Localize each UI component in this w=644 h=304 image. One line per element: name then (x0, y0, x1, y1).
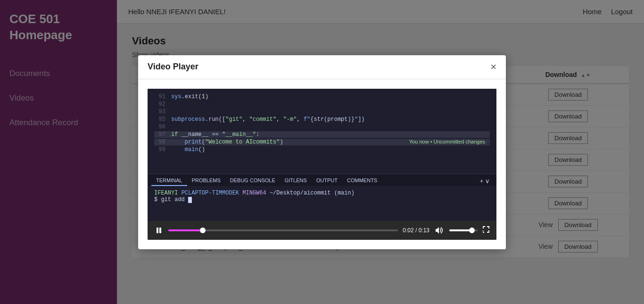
code-line: 99 main() (154, 146, 490, 153)
modal-overlay[interactable]: Video Player × 91 sys.exit(1) 92 (0, 0, 644, 304)
modal-body: 91 sys.exit(1) 92 93 95 subprocess.run([… (138, 79, 506, 249)
progress-fill (168, 229, 203, 231)
tab-comments[interactable]: COMMENTS (342, 176, 382, 186)
code-line: 91 sys.exit(1) (154, 93, 490, 100)
time-display: 0:02 / 0:13 (403, 227, 429, 234)
volume-button[interactable] (434, 226, 445, 235)
terminal-cursor (188, 197, 192, 203)
modal-close-button[interactable]: × (490, 62, 496, 72)
code-line: 93 (154, 109, 490, 115)
tab-problems[interactable]: PROBLEMS (187, 176, 225, 186)
terminal-command-line: $ git add (154, 196, 490, 203)
modal-header: Video Player × (138, 55, 506, 79)
progress-thumb (200, 228, 206, 233)
code-line: 97 if __name__ == "__main__": (154, 131, 490, 138)
svg-rect-0 (157, 228, 158, 233)
video-screen: 91 sys.exit(1) 92 93 95 subprocess.run([… (148, 89, 496, 221)
code-line: 95 subprocess.run(["git", "commit", "-m"… (154, 116, 490, 123)
video-container: 91 sys.exit(1) 92 93 95 subprocess.run([… (148, 89, 496, 240)
modal: Video Player × 91 sys.exit(1) 92 (138, 55, 506, 249)
tab-terminal[interactable]: TERMINAL (151, 176, 187, 186)
code-line: 92 (154, 101, 490, 108)
modal-title: Video Player (148, 62, 198, 72)
volume-fill (449, 229, 472, 231)
terminal-line: IFEANYI PCLAPTOP-TIMMODEK MINGW64 ~/Desk… (154, 190, 490, 196)
terminal-area: IFEANYI PCLAPTOP-TIMMODEK MINGW64 ~/Desk… (148, 186, 496, 214)
tab-gitlens[interactable]: GITLENS (280, 176, 312, 186)
svg-rect-1 (159, 228, 161, 233)
editor-tabs: TERMINAL PROBLEMS DEBUG CONSOLE GITLENS … (148, 174, 496, 186)
volume-bar[interactable] (449, 229, 478, 231)
volume-thumb (469, 228, 475, 233)
code-line: 96 (154, 124, 490, 130)
video-controls: 0:02 / 0:13 (148, 221, 496, 240)
pause-button[interactable] (154, 226, 164, 235)
tab-output[interactable]: OUTPUT (312, 176, 342, 186)
code-area: 91 sys.exit(1) 92 93 95 subprocess.run([… (148, 89, 496, 174)
tab-plus-icon[interactable]: + ∨ (477, 176, 493, 186)
tab-debug-console[interactable]: DEBUG CONSOLE (225, 176, 280, 186)
progress-bar[interactable] (168, 229, 398, 231)
code-line: 98 print("Welcome to AIcommits") You now… (154, 139, 490, 145)
fullscreen-button[interactable] (482, 226, 490, 235)
